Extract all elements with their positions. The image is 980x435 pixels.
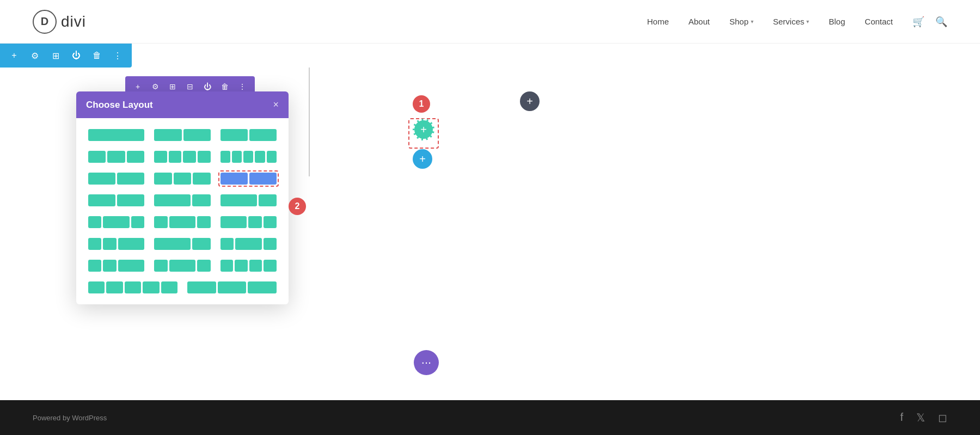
add-row-button-blue[interactable]: +: [413, 149, 432, 169]
layout-row-5: [86, 214, 279, 230]
layout-4col[interactable]: [152, 149, 212, 165]
layout-1-2col[interactable]: [86, 192, 146, 209]
header: D divi Home About Shop ▾ Services ▾ Blog…: [0, 0, 980, 44]
add-module-button-green[interactable]: +: [413, 119, 434, 140]
layout-row6-b[interactable]: [152, 236, 212, 252]
nav-about[interactable]: About: [688, 17, 709, 26]
add-section-button-dark[interactable]: +: [520, 91, 540, 111]
layout-row5-b[interactable]: [152, 214, 212, 230]
toolbar-more-btn[interactable]: ⋮: [108, 46, 127, 65]
layout-row-7: [86, 258, 279, 274]
layout-row6-c[interactable]: [218, 236, 279, 252]
search-icon[interactable]: 🔍: [935, 16, 947, 28]
badge-1: 1: [413, 95, 430, 113]
footer-bar: Powered by WordPress f 𝕏 ◻: [0, 400, 980, 435]
toolbar-resize-btn[interactable]: ⊞: [46, 46, 65, 65]
services-chevron: ▾: [806, 19, 809, 24]
facebook-icon[interactable]: f: [900, 411, 903, 424]
nav-contact[interactable]: Contact: [865, 17, 893, 26]
layout-row-3: [86, 170, 279, 187]
cart-icon[interactable]: 🛒: [912, 16, 924, 28]
layout-row6-a[interactable]: [86, 236, 146, 252]
vertical-divider: [309, 68, 310, 176]
toolbar-add-btn[interactable]: +: [4, 46, 24, 65]
nav-home[interactable]: Home: [647, 17, 669, 26]
toolbar-delete-btn[interactable]: 🗑: [87, 46, 107, 65]
top-toolbar: + ⚙ ⊞ ⏻ 🗑 ⋮: [0, 44, 132, 68]
instagram-icon[interactable]: ◻: [938, 411, 947, 424]
layout-2col-blue-selected[interactable]: [218, 170, 279, 187]
layout-row-1: [86, 127, 279, 143]
layout-2col-mixed[interactable]: [86, 170, 146, 187]
nav-services[interactable]: Services ▾: [773, 17, 810, 26]
layout-row7-b[interactable]: [152, 258, 212, 274]
choose-layout-modal: Choose Layout ×: [76, 91, 289, 304]
layout-wide-narrow[interactable]: [218, 192, 279, 209]
layout-row-6: [86, 236, 279, 252]
layout-2-2col[interactable]: [152, 192, 212, 209]
logo-text: divi: [61, 13, 86, 30]
modal-header: Choose Layout ×: [76, 91, 289, 118]
layout-5col[interactable]: [218, 149, 279, 165]
layout-2col-equal[interactable]: [152, 127, 212, 143]
layout-grid: [86, 127, 279, 296]
layout-3col[interactable]: [86, 149, 146, 165]
badge-2: 2: [289, 198, 306, 215]
footer-socials: f 𝕏 ◻: [900, 411, 947, 424]
layout-3col-mixed[interactable]: [152, 170, 212, 187]
layout-row-2: [86, 149, 279, 165]
layout-row7-c[interactable]: [218, 258, 279, 274]
layout-2col-unequal[interactable]: [218, 127, 279, 143]
layout-row8-a[interactable]: [86, 279, 180, 296]
nav-icons: 🛒 🔍: [912, 16, 947, 28]
nav-shop[interactable]: Shop ▾: [730, 17, 754, 26]
nav-blog[interactable]: Blog: [829, 17, 845, 26]
footer-powered-by: Powered by WordPress: [33, 414, 107, 422]
modal-close-button[interactable]: ×: [273, 99, 279, 111]
layout-row8-b[interactable]: [185, 279, 279, 296]
twitter-icon[interactable]: 𝕏: [916, 411, 925, 424]
layout-row5-a[interactable]: [86, 214, 146, 230]
shop-chevron: ▾: [751, 19, 754, 24]
layout-row-8: [86, 279, 279, 296]
logo-icon: D: [33, 10, 57, 34]
modal-title: Choose Layout: [86, 100, 153, 111]
more-options-button[interactable]: ···: [414, 350, 439, 375]
modal-body: [76, 118, 289, 304]
toolbar-settings-btn[interactable]: ⚙: [25, 46, 45, 65]
logo: D divi: [33, 10, 86, 34]
layout-row7-a[interactable]: [86, 258, 146, 274]
layout-1col[interactable]: [86, 127, 146, 143]
main-nav: Home About Shop ▾ Services ▾ Blog Contac…: [647, 16, 947, 28]
toolbar-power-btn[interactable]: ⏻: [66, 46, 86, 65]
layout-row-4: [86, 192, 279, 209]
layout-row5-c[interactable]: [218, 214, 279, 230]
